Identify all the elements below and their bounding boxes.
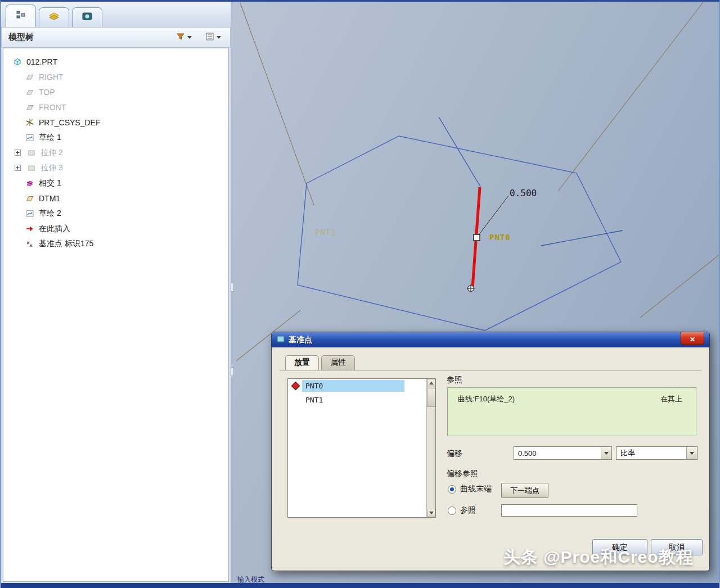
tree-item-top-plane[interactable]: TOP	[3, 84, 228, 99]
tree-item-label: PRT_CSYS_DEF	[39, 118, 100, 127]
tree-item-label: 基准点 标识175	[39, 239, 93, 249]
offset-type-combo[interactable]: 比率	[616, 446, 698, 460]
tree-item-datum-point[interactable]: 基准点 标识175	[3, 236, 228, 251]
reference-radio-row: 参照	[448, 505, 476, 515]
status-mode-text: 输入模式	[237, 575, 264, 583]
datum-plane-icon	[25, 73, 34, 82]
tab-layers[interactable]	[39, 7, 69, 27]
suppressed-feature-icon	[26, 164, 36, 173]
offset-label: 偏移	[447, 449, 462, 459]
tree-item-insert-here[interactable]: 在此插入	[3, 221, 228, 236]
model-tree-icon	[15, 10, 26, 23]
model-tree: 012.PRT RIGHT TOP FRONT	[3, 48, 229, 582]
tab-divider	[280, 370, 701, 371]
tree-item-part[interactable]: 012.PRT	[3, 54, 228, 69]
model-tree-title: 模型树	[8, 32, 34, 43]
offset-value[interactable]: 0.500	[514, 447, 601, 459]
scroll-down-button[interactable]	[427, 509, 435, 517]
expand-plus-icon[interactable]	[15, 150, 21, 156]
datum-point-marker[interactable]	[474, 234, 480, 241]
list-item-pnt0[interactable]: PNT0	[288, 379, 435, 393]
navigator-tab-strip	[1, 2, 231, 27]
reference-collector[interactable]: 曲线:F10(草绘_2) 在其上	[447, 387, 696, 436]
sketch-icon	[25, 133, 34, 142]
tab-placement[interactable]: 放置	[285, 355, 319, 370]
chevron-down-icon	[187, 36, 192, 39]
tab-display[interactable]	[72, 7, 102, 27]
navigator-panel: 模型树	[1, 2, 231, 583]
offset-type-value[interactable]: 比率	[616, 447, 686, 459]
dropdown-button[interactable]	[601, 447, 611, 459]
part-icon	[12, 57, 22, 66]
datum-plane-icon	[25, 88, 34, 97]
expand-plus-icon[interactable]	[15, 165, 21, 171]
reference-mode-value[interactable]: 在其上	[660, 394, 682, 404]
point-list: PNT0 PNT1	[287, 378, 436, 518]
dialog-tab-strip: 放置 属性	[285, 355, 355, 370]
curve-end-radio-label: 曲线末端	[460, 484, 492, 494]
tree-item-sketch-1[interactable]: 草绘 1	[3, 130, 228, 145]
dialog-title: 基准点	[289, 335, 312, 345]
tree-item-right-plane[interactable]: RIGHT	[3, 69, 228, 84]
scroll-up-button[interactable]	[427, 379, 435, 387]
tree-item-dtm1[interactable]: DTM1	[3, 191, 228, 206]
close-icon[interactable]: ✕	[681, 332, 704, 345]
tree-item-sketch-2[interactable]: 草绘 2	[3, 206, 228, 221]
coordinate-system-icon	[25, 118, 34, 127]
intersect-icon	[25, 179, 34, 188]
datum-plane-icon	[25, 103, 34, 112]
offset-value-combo[interactable]: 0.500	[514, 446, 612, 460]
list-scrollbar[interactable]	[426, 379, 435, 517]
datum-point-icon	[25, 239, 34, 248]
tree-item-label: TOP	[39, 88, 55, 97]
reference-radio[interactable]	[448, 506, 456, 515]
arrow-down-icon	[429, 512, 434, 514]
tree-item-label: RIGHT	[39, 73, 64, 82]
tree-item-label: 拉伸 3	[40, 163, 63, 173]
sketch-spoke-line[interactable]	[541, 230, 623, 246]
reference-input[interactable]	[501, 504, 637, 517]
dialog-icon	[277, 335, 285, 345]
point-name: PNT0	[302, 380, 404, 392]
offset-dimension-label: 0.500	[510, 188, 537, 198]
dimension-leader-line	[477, 196, 508, 237]
dropdown-button[interactable]	[686, 447, 697, 459]
tab-properties[interactable]: 属性	[321, 355, 355, 370]
dialog-titlebar[interactable]: 基准点 ✕	[272, 332, 709, 347]
graphics-area[interactable]: 0.500 PNT0 PNT1 输入模式 基准点 ✕ 放置 属性 P	[231, 2, 719, 583]
tree-filter-button[interactable]	[174, 30, 194, 44]
tree-item-intersect[interactable]: 相交 1	[3, 175, 228, 191]
construction-line	[558, 2, 703, 191]
tree-columns-button[interactable]	[203, 30, 223, 44]
application-window: 模型树	[0, 0, 720, 588]
tree-item-label: 草绘 1	[39, 133, 61, 143]
hexagon-sketch-curve[interactable]	[298, 136, 621, 331]
chevron-down-icon	[604, 452, 609, 455]
watermark-text: 头条 @Proe和Creo教程	[503, 546, 694, 569]
curve-end-radio[interactable]	[448, 485, 456, 494]
tree-item-suppressed-1[interactable]: 拉伸 2	[3, 145, 228, 160]
tree-item-label: 012.PRT	[26, 57, 57, 66]
offset-reference-label: 偏移参照	[447, 469, 478, 479]
tree-item-label: FRONT	[39, 103, 66, 112]
display-icon	[81, 11, 93, 24]
tree-item-label: DTM1	[39, 194, 60, 203]
reference-radio-label: 参照	[460, 505, 476, 515]
filter-funnel-icon	[176, 32, 185, 43]
next-end-button[interactable]: 下一端点	[501, 483, 548, 498]
tree-item-label: 在此插入	[39, 224, 70, 234]
reference-section-label: 参照	[447, 375, 462, 385]
tree-item-suppressed-2[interactable]: 拉伸 3	[3, 160, 228, 175]
scroll-thumb[interactable]	[427, 388, 435, 407]
model-tree-header: 模型树	[1, 27, 231, 48]
tree-item-csys[interactable]: PRT_CSYS_DEF	[3, 115, 228, 130]
layers-icon	[48, 11, 60, 24]
construction-line	[240, 3, 314, 205]
tree-item-front-plane[interactable]: FRONT	[3, 99, 228, 115]
point-label-pnt0: PNT0	[489, 233, 511, 242]
tab-model-tree[interactable]	[6, 4, 36, 27]
sketch-icon	[25, 209, 34, 218]
active-point-diamond-icon	[291, 382, 300, 391]
chevron-down-icon	[690, 452, 694, 455]
list-item-pnt1[interactable]: PNT1	[288, 393, 435, 407]
